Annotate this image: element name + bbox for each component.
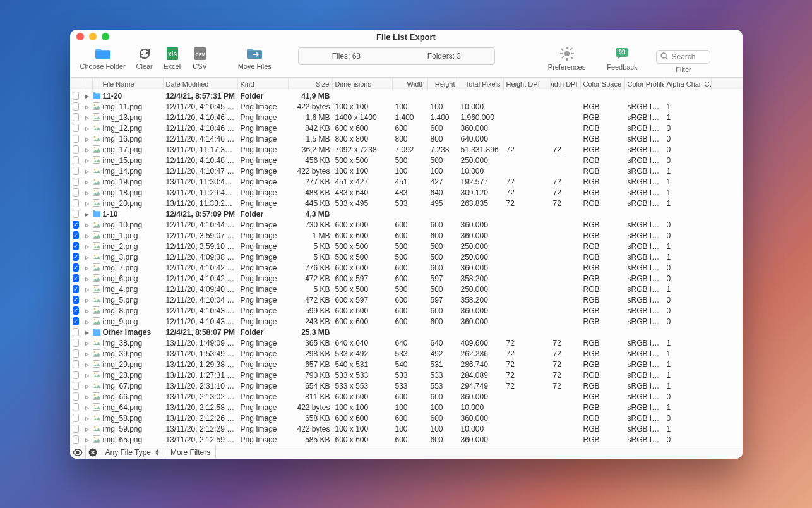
disclosure-icon[interactable]: ▹ [85, 145, 89, 154]
titlebar[interactable]: File List Export [70, 30, 743, 44]
disclosure-icon[interactable]: ▹ [85, 231, 89, 240]
col-dimensions[interactable]: Dimensions [333, 78, 393, 90]
row-checkbox[interactable] [73, 435, 79, 444]
row-checkbox[interactable] [73, 231, 79, 239]
disclosure-icon[interactable]: ▹ [85, 349, 89, 358]
col-total-pixels[interactable]: Total Pixels [458, 78, 504, 90]
disclosure-icon[interactable]: ▸ [85, 210, 89, 219]
disclosure-icon[interactable]: ▹ [85, 178, 89, 186]
choose-folder-button[interactable]: Choose Folder [78, 46, 128, 70]
excel-button[interactable]: xls Excel [161, 46, 184, 70]
row-checkbox[interactable] [73, 317, 79, 325]
table-header[interactable]: File Name Date Modified Kind Size Dimens… [70, 78, 743, 90]
col-file-name[interactable]: File Name [100, 78, 164, 90]
table-row[interactable]: ▹img_10.png12/11/20, 4:10:44 PMPng Image… [70, 219, 743, 230]
disclosure-icon[interactable]: ▹ [85, 435, 89, 444]
table-row[interactable]: ▹img_39.png13/11/20, 1:53:49 PMPng Image… [70, 348, 743, 359]
close-icon[interactable] [76, 33, 84, 40]
row-checkbox[interactable] [73, 425, 79, 433]
disclosure-icon[interactable]: ▹ [85, 221, 89, 229]
disclosure-icon[interactable]: ▹ [85, 296, 89, 305]
row-checkbox[interactable] [73, 124, 79, 132]
disclosure-icon[interactable]: ▹ [85, 414, 89, 423]
disclosure-icon[interactable]: ▹ [85, 113, 89, 122]
zoom-icon[interactable] [102, 33, 109, 40]
table-row[interactable]: ▸Other Images12/4/21, 8:58:07 PMFolder25… [70, 327, 743, 337]
disclosure-icon[interactable]: ▹ [85, 360, 89, 369]
row-checkbox[interactable] [73, 167, 79, 175]
disclosure-icon[interactable]: ▸ [85, 92, 89, 100]
table-row[interactable]: ▹img_5.png12/11/20, 4:10:04 PMPng Image4… [70, 294, 743, 305]
row-checkbox[interactable] [73, 92, 79, 100]
table-row[interactable]: ▹img_59.png13/11/20, 2:12:29 PMPng Image… [70, 423, 743, 434]
disclosure-icon[interactable]: ▹ [85, 253, 89, 262]
col-color-space[interactable]: Color Space [581, 78, 625, 90]
disclosure-icon[interactable]: ▹ [85, 135, 89, 143]
row-checkbox[interactable] [73, 145, 79, 154]
table-row[interactable]: ▸11-2012/4/21, 8:57:31 PMFolder41,9 MB [70, 90, 743, 101]
row-checkbox[interactable] [73, 296, 79, 304]
table-row[interactable]: ▹img_67.png13/11/20, 2:31:10 PMPng Image… [70, 380, 743, 391]
col-alpha[interactable]: Alpha Chan… [664, 78, 702, 90]
clear-filter-button[interactable] [86, 445, 100, 459]
disclosure-icon[interactable]: ▹ [85, 102, 89, 111]
search-input[interactable] [671, 52, 706, 61]
row-checkbox[interactable] [73, 392, 79, 401]
disclosure-icon[interactable]: ▹ [85, 425, 89, 433]
row-checkbox[interactable] [73, 306, 79, 315]
row-checkbox[interactable] [73, 274, 79, 282]
search-field[interactable] [656, 50, 710, 64]
table-row[interactable]: ▹img_38.png13/11/20, 1:49:09 PMPng Image… [70, 337, 743, 348]
disclosure-icon[interactable]: ▹ [85, 382, 89, 390]
table-body[interactable]: ▸11-2012/4/21, 8:57:31 PMFolder41,9 MB▹i… [70, 90, 743, 445]
table-row[interactable]: ▹img_2.png12/11/20, 3:59:10 PMPng Image5… [70, 241, 743, 251]
row-checkbox[interactable] [73, 242, 79, 250]
table-row[interactable]: ▹img_20.png13/11/20, 11:33:25 AMPng Imag… [70, 198, 743, 209]
table-row[interactable]: ▹img_58.png13/11/20, 2:12:26 PMPng Image… [70, 413, 743, 423]
row-checkbox[interactable] [73, 349, 79, 358]
row-checkbox[interactable] [73, 210, 79, 218]
table-row[interactable]: ▹img_7.png12/11/20, 4:10:42 PMPng Image7… [70, 262, 743, 273]
table-row[interactable]: ▹img_19.png13/11/20, 11:30:48 AMPng Imag… [70, 176, 743, 187]
table-row[interactable]: ▹img_4.png12/11/20, 4:09:40 PMPng Image5… [70, 284, 743, 294]
row-checkbox[interactable] [73, 371, 79, 379]
disclosure-icon[interactable]: ▹ [85, 242, 89, 251]
disclosure-icon[interactable]: ▹ [85, 392, 89, 401]
table-row[interactable]: ▹img_29.png13/11/20, 1:29:38 PMPng Image… [70, 359, 743, 370]
disclosure-icon[interactable]: ▹ [85, 167, 89, 176]
move-files-button[interactable]: Move Files [236, 46, 274, 70]
disclosure-icon[interactable]: ▹ [85, 263, 89, 272]
file-type-filter[interactable]: Any File Type ▲▼ [100, 445, 165, 459]
clear-button[interactable]: Clear [133, 46, 156, 70]
col-extra[interactable]: C… [702, 78, 712, 90]
row-checkbox[interactable] [73, 102, 79, 111]
table-row[interactable]: ▹img_17.png13/11/20, 11:17:33 AMPng Imag… [70, 144, 743, 155]
minimize-icon[interactable] [89, 33, 97, 40]
table-row[interactable]: ▹img_13.png12/11/20, 4:10:46 PMPng Image… [70, 112, 743, 123]
disclosure-icon[interactable]: ▹ [85, 124, 89, 133]
row-checkbox[interactable] [73, 263, 79, 272]
table-row[interactable]: ▹img_18.png13/11/20, 11:29:42 AMPng Imag… [70, 187, 743, 198]
row-checkbox[interactable] [73, 360, 79, 368]
row-checkbox[interactable] [73, 382, 79, 390]
col-color-profile[interactable]: Color Profile [625, 78, 664, 90]
disclosure-icon[interactable]: ▹ [85, 285, 89, 294]
table-row[interactable]: ▹img_66.png13/11/20, 2:13:02 PMPng Image… [70, 391, 743, 402]
row-checkbox[interactable] [73, 178, 79, 186]
row-checkbox[interactable] [73, 414, 79, 422]
csv-button[interactable]: csv CSV [189, 46, 212, 70]
row-checkbox[interactable] [73, 253, 79, 261]
row-checkbox[interactable] [73, 403, 79, 411]
disclosure-icon[interactable]: ▹ [85, 371, 89, 380]
more-filters-button[interactable]: More Filters [165, 445, 216, 459]
table-row[interactable]: ▹img_28.png13/11/20, 1:27:31 PMPng Image… [70, 370, 743, 380]
row-checkbox[interactable] [73, 285, 79, 293]
table-row[interactable]: ▸1-1012/4/21, 8:57:09 PMFolder4,3 MB [70, 209, 743, 219]
eye-button[interactable] [70, 445, 86, 459]
col-height[interactable]: Height [428, 78, 458, 90]
table-row[interactable]: ▹img_16.png12/11/20, 4:14:46 PMPng Image… [70, 133, 743, 144]
col-kind[interactable]: Kind [238, 78, 289, 90]
col-height-dpi[interactable]: Height DPI [504, 78, 551, 90]
row-checkbox[interactable] [73, 188, 79, 197]
table-row[interactable]: ▹img_64.png13/11/20, 2:12:58 PMPng Image… [70, 402, 743, 413]
